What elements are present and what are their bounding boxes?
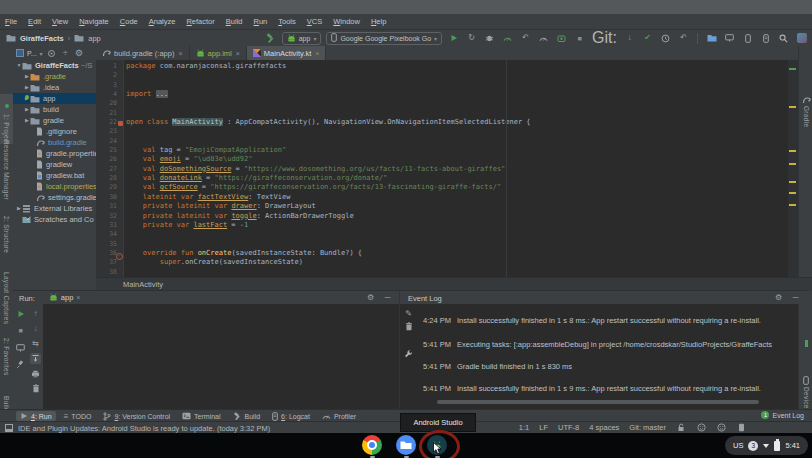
menu-item-edit[interactable]: Edit [28, 17, 41, 26]
build-hammer-icon[interactable] [264, 32, 277, 45]
horizontal-scrollbar[interactable] [437, 400, 759, 404]
bottom-tab-9-version-control[interactable]: 9: Version Control [99, 411, 174, 422]
tree-item-gradle-properties[interactable]: gradle.properties [13, 148, 96, 159]
breadcrumb-project[interactable]: GiraffeFacts [20, 34, 64, 43]
stripe-mark-warning[interactable] [789, 163, 796, 165]
tree-item-giraffefacts[interactable]: ▼GiraffeFacts ~/S [13, 60, 96, 71]
stripe-mark-warning[interactable] [789, 192, 796, 194]
tree-item-external-libraries[interactable]: ▶External Libraries [13, 203, 96, 214]
apply-changes-icon[interactable]: ↻ [465, 32, 478, 45]
menu-item-vcs[interactable]: VCS [307, 17, 322, 26]
clear-log-icon[interactable] [403, 321, 414, 332]
profile-avatar-icon[interactable] [795, 32, 808, 45]
device-dropdown[interactable]: Google Google Pixelbook Go▾ [326, 32, 442, 45]
stripe-mark-warning[interactable] [789, 181, 796, 183]
close-icon[interactable]: × [315, 50, 319, 57]
update-project-icon[interactable]: ↓ [623, 32, 636, 45]
bottom-tab-todo[interactable]: ≡TODO [60, 411, 96, 422]
tool-strip-layout-captures[interactable]: Layout Captures [0, 272, 13, 324]
stripe-mark-green[interactable] [789, 68, 796, 70]
apply-code-icon[interactable]: ↶ [519, 32, 532, 45]
bottom-tab-terminal[interactable]: Terminal [178, 411, 224, 421]
run-icon[interactable] [447, 32, 460, 45]
breadcrumb-module[interactable]: app [88, 34, 101, 43]
editor-tab-build-gradle-app[interactable]: build.gradle (:app)× [96, 46, 190, 60]
gear-icon[interactable]: ⚙ [773, 293, 784, 304]
menu-item-view[interactable]: View [52, 17, 68, 26]
status-message[interactable]: IDE and Plugin Updates: Android Studio i… [18, 424, 270, 433]
tool-strip-2-favorites[interactable]: 2: Favorites [0, 338, 13, 376]
status-lf[interactable]: LF [539, 423, 548, 432]
menu-item-tools[interactable]: Tools [278, 17, 296, 26]
bottom-tab-4-run[interactable]: 4: Run [16, 411, 56, 421]
breadcrumb-class[interactable]: MainActivity [123, 280, 163, 289]
avd-manager-icon[interactable] [741, 32, 754, 45]
close-icon[interactable]: × [76, 294, 80, 301]
run-console[interactable] [43, 304, 399, 409]
menu-item-code[interactable]: Code [120, 17, 138, 26]
menu-item-refactor[interactable]: Refactor [186, 17, 214, 26]
status-4-spaces[interactable]: 4 spaces [589, 423, 619, 432]
edit-log-icon[interactable]: ✎ [403, 308, 414, 319]
settings-icon[interactable]: ⚙ [74, 47, 85, 60]
tool-strip-resource-manager[interactable]: Resource Manager [0, 140, 13, 200]
tool-strip-2-structure[interactable]: 2: Structure [0, 216, 13, 253]
collapse-all-icon[interactable]: ÷ [60, 47, 71, 60]
menu-item-help[interactable]: Help [371, 17, 386, 26]
rollback-icon[interactable]: ↶ [677, 32, 690, 45]
minimize-icon[interactable]: ─ [790, 293, 801, 304]
stripe-mark-warning[interactable] [789, 106, 796, 108]
sdk-manager-icon[interactable] [759, 32, 772, 45]
device-icon[interactable] [736, 421, 746, 434]
clear-all-icon[interactable] [30, 383, 41, 394]
up-stack-trace-icon[interactable]: ↑ [30, 308, 41, 319]
bottom-tab-6-logcat[interactable]: 6: Logcat [268, 411, 314, 422]
close-icon[interactable]: × [178, 50, 182, 57]
soft-wrap-icon[interactable]: ⇆ [30, 338, 41, 349]
stop-icon[interactable]: ■ [15, 325, 26, 336]
menu-item-file[interactable]: File [5, 17, 17, 26]
down-stack-trace-icon[interactable]: ↓ [30, 323, 41, 334]
lock-icon[interactable] [676, 421, 686, 434]
close-icon[interactable]: × [236, 50, 240, 57]
tree-item-gradle[interactable]: ▶.gradle [13, 71, 96, 82]
tree-item-build-gradle[interactable]: build.gradle [13, 137, 96, 148]
debug-icon[interactable] [483, 32, 496, 45]
files-app-icon[interactable] [396, 435, 416, 455]
event-log-button[interactable]: 1 Event Log [761, 409, 804, 421]
menu-item-window[interactable]: Window [333, 17, 360, 26]
code-editor[interactable]: package com.naranjaconsal.giraffefactsim… [124, 60, 790, 279]
tree-item-gradle[interactable]: ▶gradle [13, 115, 96, 126]
tree-item-idea[interactable]: ▶.idea [13, 82, 96, 93]
tree-item-gitignore[interactable]: .gitignore [13, 126, 96, 137]
profiler-icon[interactable] [537, 32, 550, 45]
emoji-face-2-icon[interactable] [716, 421, 726, 434]
minimize-icon[interactable]: ─ [382, 293, 393, 304]
menu-item-build[interactable]: Build [226, 17, 243, 26]
gear-icon[interactable]: ⚙ [365, 293, 376, 304]
tree-item-build[interactable]: ▶build [13, 104, 96, 115]
tool-strip-1-project[interactable]: 1: Project [0, 94, 13, 144]
scroll-to-end-icon[interactable] [30, 353, 41, 364]
run-config-dropdown[interactable]: app▾ [282, 32, 322, 45]
project-view-selector[interactable]: P... [27, 50, 37, 57]
rerun-icon[interactable] [15, 308, 26, 319]
error-stripe[interactable] [788, 60, 798, 277]
stop-icon[interactable]: ■ [573, 32, 586, 45]
window-icon[interactable] [4, 423, 14, 433]
locate-icon[interactable] [46, 47, 57, 60]
tool-strip-gradle[interactable]: Gradle [799, 96, 812, 127]
commit-icon[interactable]: ✔ [641, 32, 654, 45]
attach-debugger-icon[interactable] [555, 32, 568, 45]
menu-item-run[interactable]: Run [254, 17, 268, 26]
device-file-explorer-icon[interactable] [705, 32, 718, 45]
layout-inspector-icon[interactable] [723, 32, 736, 45]
chrome-icon[interactable] [362, 435, 382, 455]
search-everywhere-icon[interactable] [777, 32, 790, 45]
bottom-tab-build[interactable]: Build [229, 411, 265, 422]
system-tray[interactable]: US 3 5:41 [725, 436, 808, 455]
pin-tab-icon[interactable] [15, 359, 26, 370]
menu-item-analyze[interactable]: Analyze [149, 17, 176, 26]
bottom-tab-profiler[interactable]: Profiler [318, 411, 360, 421]
stripe-mark-warning[interactable] [789, 204, 796, 206]
